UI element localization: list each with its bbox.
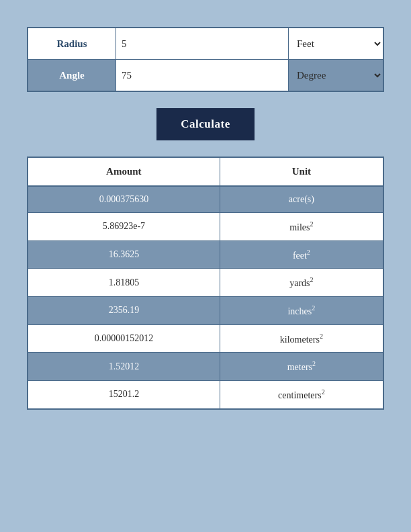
table-row: 1.81805yards2 [28,269,383,297]
radius-unit-select[interactable]: Feet Inches Yards Miles Meters Kilometer… [289,28,383,59]
unit-cell: kilometers2 [220,324,383,353]
amount-cell: 16.3625 [28,240,220,269]
calculator-container: Radius Feet Inches Yards Miles Meters Ki… [13,13,398,423]
table-row: 2356.19inches2 [28,296,383,324]
table-row: 0.000375630acre(s) [28,186,383,213]
radius-row: Radius Feet Inches Yards Miles Meters Ki… [28,28,383,60]
unit-cell: feet2 [220,240,383,269]
amount-cell: 5.86923e-7 [28,213,220,241]
unit-cell: centimeters2 [220,380,383,408]
calculate-btn-wrapper: Calculate [27,108,384,140]
angle-row: Angle Degree Radian [28,60,383,91]
amount-cell: 0.000375630 [28,186,220,213]
amount-cell: 1.81805 [28,269,220,297]
unit-cell: inches2 [220,296,383,324]
results-table: Amount Unit 0.000375630acre(s)5.86923e-7… [27,157,384,410]
unit-cell: meters2 [220,353,383,381]
table-row: 0.00000152012kilometers2 [28,324,383,353]
table-header-row: Amount Unit [28,157,383,186]
col-amount-header: Amount [28,157,220,186]
unit-cell: miles2 [220,213,383,241]
angle-unit-select[interactable]: Degree Radian [289,60,383,91]
table-row: 1.52012meters2 [28,353,383,381]
amount-cell: 0.00000152012 [28,324,220,353]
amount-cell: 15201.2 [28,380,220,408]
unit-cell: yards2 [220,269,383,297]
table-row: 16.3625feet2 [28,240,383,269]
table-row: 15201.2centimeters2 [28,380,383,408]
unit-cell: acre(s) [220,186,383,213]
angle-input[interactable] [116,60,289,91]
input-section: Radius Feet Inches Yards Miles Meters Ki… [27,27,384,92]
radius-input[interactable] [116,28,289,59]
radius-label: Radius [28,30,116,58]
calculate-button[interactable]: Calculate [156,108,254,140]
table-row: 5.86923e-7miles2 [28,213,383,241]
amount-cell: 1.52012 [28,353,220,381]
col-unit-header: Unit [220,157,383,186]
angle-label: Angle [28,62,116,89]
amount-cell: 2356.19 [28,296,220,324]
